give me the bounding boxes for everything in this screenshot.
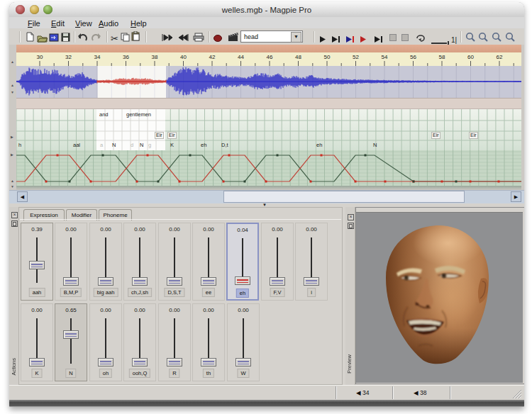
- svg-text:42: 42: [209, 54, 216, 60]
- svg-text:46: 46: [267, 54, 273, 60]
- svg-text:58: 58: [439, 54, 445, 60]
- svg-text:40: 40: [180, 54, 187, 60]
- svg-text:34: 34: [94, 54, 101, 60]
- svg-text:32: 32: [65, 54, 72, 60]
- svg-text:38: 38: [152, 54, 158, 60]
- svg-text:50: 50: [324, 54, 331, 60]
- svg-text:60: 60: [467, 54, 474, 60]
- svg-text:62: 62: [497, 54, 503, 60]
- svg-text:30: 30: [37, 54, 43, 60]
- svg-text:36: 36: [123, 54, 129, 60]
- svg-text:56: 56: [410, 54, 416, 60]
- svg-text:54: 54: [382, 54, 388, 60]
- svg-text:44: 44: [238, 54, 244, 60]
- svg-text:52: 52: [353, 54, 359, 60]
- svg-text:48: 48: [295, 54, 301, 60]
